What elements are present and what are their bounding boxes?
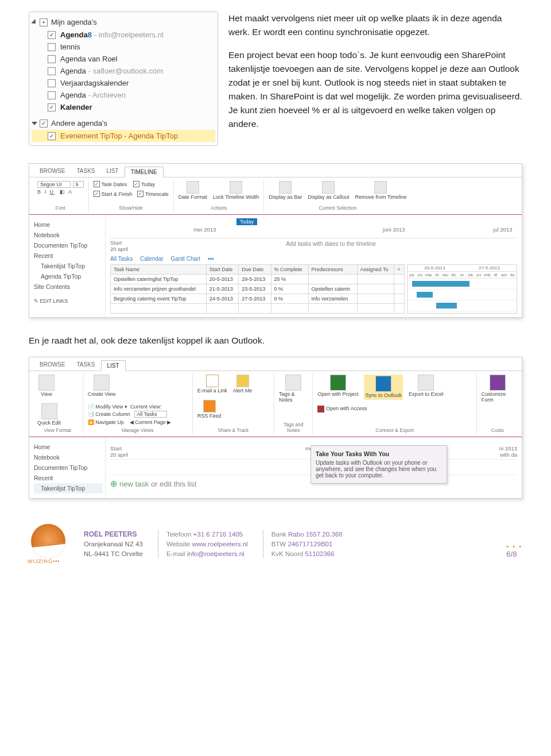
view-tab[interactable]: Gantt Chart — [170, 256, 200, 262]
table-cell: Begroting catering event TipTop — [111, 294, 207, 304]
nav-link[interactable]: Recent — [34, 473, 103, 483]
quick-edit-button[interactable]: Quick Edit — [37, 403, 61, 426]
tags-notes-button[interactable]: Tags & Notes — [279, 375, 308, 403]
tab-timeline[interactable]: TIMELINE — [125, 167, 164, 178]
checkbox-icon[interactable] — [48, 43, 56, 51]
column-header[interactable]: Due Date — [239, 265, 271, 275]
tab-tasks[interactable]: TASKS — [71, 360, 100, 371]
display-bar-button[interactable]: Display as Bar — [269, 181, 302, 200]
tab-browse[interactable]: BROWSE — [34, 166, 71, 177]
other-calendars-label: Andere agenda's — [51, 119, 107, 128]
open-access-button[interactable]: Open with Access — [317, 406, 367, 412]
table-cell: Opstellen caterin — [308, 284, 357, 294]
remove-timeline-button[interactable]: Remove from Timeline — [355, 181, 406, 200]
table-cell: 27-5-2013 — [239, 294, 271, 304]
checkbox-icon[interactable] — [48, 79, 56, 87]
checkbox-icon[interactable] — [94, 181, 100, 187]
checkbox-icon[interactable] — [48, 67, 56, 75]
current-view-select[interactable]: All Tasks — [134, 411, 166, 418]
navigate-up-button[interactable]: 🔼 Navigate Up ◀ Current Page ▶ — [88, 419, 172, 427]
font-name-select[interactable]: Segoe UI — [37, 181, 71, 188]
checkbox-icon[interactable]: ✓ — [40, 119, 48, 128]
export-excel-button[interactable]: Export to Excel — [409, 375, 444, 398]
quick-launch-nav: Home Notebook Documenten TipTop Recent T… — [29, 215, 106, 317]
footer-label: KvK Noord — [271, 550, 304, 557]
rss-feed-button[interactable]: RSS Feed — [197, 400, 222, 419]
calendar-item[interactable]: Agenda - Archieven — [32, 89, 215, 101]
today-marker: Today — [236, 218, 257, 225]
nav-link[interactable]: Notebook — [34, 230, 103, 240]
footer-value: www.roelpeeters.nl — [190, 541, 247, 547]
view-tab-more[interactable]: ••• — [208, 256, 214, 262]
checkbox-icon[interactable] — [48, 132, 56, 140]
tab-list[interactable]: LIST — [101, 166, 125, 177]
brand-tagline: WIJZING••• — [28, 558, 60, 564]
ribbon-group-label: Tags and Notes — [279, 422, 308, 433]
calendar-item[interactable]: Agenda van Roel — [32, 53, 215, 65]
checkbox-icon[interactable] — [133, 181, 139, 187]
calendar-item[interactable]: Verjaardagskalender — [32, 77, 215, 89]
email-link-button[interactable]: E-mail a Link — [197, 375, 227, 394]
checkbox-icon[interactable] — [48, 103, 56, 111]
nav-link[interactable]: Recent — [34, 250, 103, 261]
column-header[interactable]: Predecessors — [308, 265, 357, 275]
calendar-item[interactable]: Kalender — [32, 101, 215, 113]
calendar-item[interactable]: Evenement TipTop - Agenda TipTop — [32, 130, 215, 142]
table-row[interactable]: Opstellen cateringlist TipTop20-5-201329… — [111, 275, 405, 284]
tab-tasks[interactable]: TASKS — [71, 166, 100, 177]
checkbox-icon[interactable] — [94, 191, 100, 197]
nav-link[interactable]: Takenlijst TipTop — [34, 261, 103, 271]
font-size-select[interactable]: 9 — [73, 181, 84, 188]
nav-link[interactable]: Takenlijst TipTop — [34, 483, 103, 493]
table-row[interactable]: Info verzamelen prijzen groothandel21-5-… — [111, 284, 405, 294]
column-header[interactable]: Assigned To — [357, 265, 394, 275]
create-view-button[interactable]: Create View — [88, 375, 116, 398]
nav-link[interactable]: Agenda TipTop — [34, 271, 103, 281]
lock-width-button[interactable]: Lock Timeline Width — [213, 181, 259, 200]
checkbox-icon[interactable]: ▪ — [40, 18, 48, 26]
nav-link[interactable]: Documenten TipTop — [34, 462, 103, 473]
tab-browse[interactable]: BROWSE — [34, 360, 71, 371]
modify-view-button[interactable]: 📄 Modify View ▾ Current View: — [88, 403, 172, 411]
display-callout-button[interactable]: Display as Callout — [308, 181, 349, 200]
checkbox-icon[interactable] — [48, 91, 56, 99]
view-tab[interactable]: All Tasks — [110, 256, 133, 262]
create-column-button[interactable]: 📑 Create Column All Tasks — [88, 411, 172, 419]
nav-link[interactable]: Site Contents — [34, 281, 103, 292]
customize-form-button[interactable]: Customize Form — [482, 375, 514, 403]
calendar-item[interactable]: Agenda - safloer@outlook.com — [32, 65, 215, 77]
nav-link[interactable]: Home — [34, 442, 103, 452]
sync-outlook-button[interactable]: Sync to Outlook — [364, 375, 403, 400]
column-header[interactable]: Start Date — [206, 265, 238, 275]
outlook-calendar-panel: ▪ Mijn agenda's Agenda 8 - info@roelpeet… — [29, 11, 218, 146]
tab-list[interactable]: LIST — [101, 360, 126, 371]
checkbox-icon[interactable] — [48, 31, 56, 39]
date-format-button[interactable]: Date Format — [179, 181, 207, 200]
view-tab[interactable]: Calendar — [140, 256, 164, 262]
ribbon-group-label: Share & Track — [197, 427, 269, 433]
edit-links[interactable]: ✎ EDIT LINKS — [34, 296, 103, 306]
open-project-button[interactable]: Open with Project — [317, 375, 358, 398]
other-calendars-header[interactable]: ✓ Andere agenda's — [32, 117, 215, 130]
nav-link[interactable]: Notebook — [34, 452, 103, 462]
checkbox-icon[interactable] — [137, 191, 143, 197]
calendar-item[interactable]: Agenda 8 - info@roelpeeters.nl — [32, 29, 215, 41]
checkbox-icon[interactable] — [48, 55, 56, 63]
my-calendars-header[interactable]: ▪ Mijn agenda's — [32, 16, 215, 29]
column-header[interactable]: + — [394, 265, 405, 275]
alert-me-button[interactable]: Alert Me — [233, 375, 253, 394]
calendar-item-label: Agenda van Roel — [60, 55, 118, 63]
nav-link[interactable]: Documenten TipTop — [34, 240, 103, 250]
view-button[interactable]: View — [37, 375, 56, 398]
calendar-item[interactable]: tennis — [32, 41, 215, 53]
table-cell: 21-5-2013 — [206, 284, 238, 294]
column-header[interactable]: Task Name — [111, 265, 207, 275]
table-row — [111, 304, 405, 314]
column-header[interactable]: % Complete — [271, 265, 308, 275]
nav-link[interactable]: Home — [34, 219, 103, 230]
sharepoint-timeline-screenshot: BROWSE TASKS LIST TIMELINE Segoe UI 9 B … — [29, 163, 522, 318]
calendar-item-label: Evenement TipTop - Agenda TipTop — [60, 132, 178, 140]
table-row[interactable]: Begroting catering event TipTop24-5-2013… — [111, 294, 405, 304]
ribbon-group-label: Custo — [482, 427, 514, 433]
font-style-buttons[interactable]: B I U ◧ A — [37, 189, 84, 195]
